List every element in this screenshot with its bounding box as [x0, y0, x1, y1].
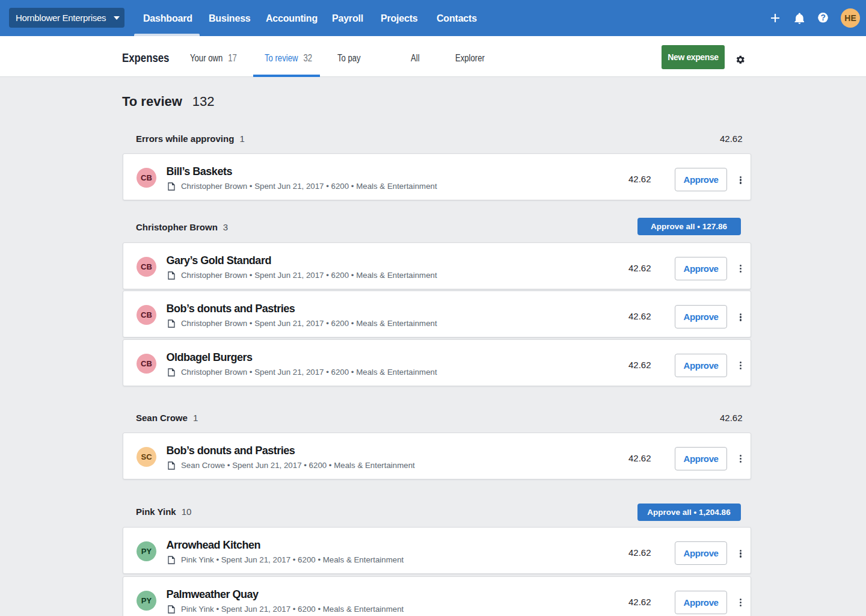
- svg-text:?: ?: [820, 13, 825, 22]
